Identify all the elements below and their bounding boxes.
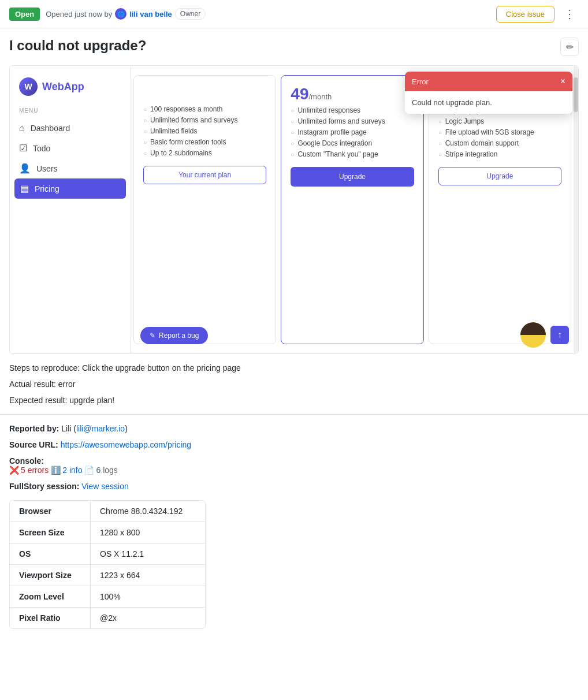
more-options-button[interactable]: ⋮ xyxy=(560,5,579,23)
table-row-browser: Browser Chrome 88.0.4324.192 xyxy=(10,501,205,522)
reported-name: Lili ( xyxy=(61,424,76,433)
console-details: ❌ 5 errors ℹ️ 2 info 📄 6 logs xyxy=(9,466,579,475)
fullstory-link[interactable]: View session xyxy=(81,482,128,491)
feature-2-3: Instagram profile page xyxy=(291,128,414,136)
key-pixel-ratio: Pixel Ratio xyxy=(10,608,91,628)
error-icon: ❌ xyxy=(9,466,19,475)
upgrade-button-plan2[interactable]: Upgrade xyxy=(291,167,414,187)
error-header: Error × xyxy=(405,72,572,91)
close-issue-button[interactable]: Close issue xyxy=(496,6,554,23)
fullstory-row: FullStory session: View session xyxy=(9,482,579,491)
webapp-logo-icon: W xyxy=(19,77,38,96)
current-plan-button[interactable]: Your current plan xyxy=(143,166,266,184)
opened-by-text: Opened just now by 🌐 lili van belle Owne… xyxy=(46,8,206,20)
users-icon: 👤 xyxy=(19,163,31,174)
val-screen-size: 1280 x 800 xyxy=(91,522,149,543)
val-viewport: 1223 x 664 xyxy=(91,565,149,586)
upgrade-button-plan3[interactable]: Upgrade xyxy=(438,167,561,185)
issue-title-row: I could not upgrade? ✏ xyxy=(0,28,588,61)
error-title: Error xyxy=(412,77,429,86)
error-dialog: Error × Could not upgrade plan. xyxy=(405,72,572,114)
source-url-link[interactable]: https://awesomewebapp.com/pricing xyxy=(61,440,191,449)
webapp-mock: W WebApp MENU ⌂ Dashboard ☑ Todo 👤 Users… xyxy=(10,66,578,353)
key-viewport: Viewport Size xyxy=(10,565,91,586)
sidebar-item-dashboard[interactable]: ⌂ Dashboard xyxy=(10,118,131,138)
table-row-pixel-ratio: Pixel Ratio @2x xyxy=(10,608,205,628)
pricing-icon: ▤ xyxy=(20,183,29,194)
error-message: Could not upgrade plan. xyxy=(412,98,492,107)
sidebar-label-users: Users xyxy=(36,164,58,173)
source-url-row: Source URL: https://awesomewebapp.com/pr… xyxy=(9,440,579,449)
browser-info-table: Browser Chrome 88.0.4324.192 Screen Size… xyxy=(9,500,206,629)
errors-count: 5 errors xyxy=(21,466,49,475)
table-row-viewport: Viewport Size 1223 x 664 xyxy=(10,565,205,586)
issue-title: I could not upgrade? xyxy=(9,38,554,54)
table-row-zoom: Zoom Level 100% xyxy=(10,586,205,608)
feature-2-5: Custom "Thank you" page xyxy=(291,150,414,158)
source-label: Source URL: xyxy=(9,440,58,449)
sidebar-label-dashboard: Dashboard xyxy=(31,124,70,133)
error-body: Could not upgrade plan. xyxy=(405,91,572,114)
pricing-card-3: 99/month PayPal payments Logic Jumps Fil… xyxy=(429,75,571,344)
table-row-os: OS OS X 11.2.1 xyxy=(10,543,205,565)
feature-2-2: Unlimited forms and surveys xyxy=(291,117,414,125)
pencil-icon: ✏ xyxy=(566,42,574,53)
feature-1-4: Basic form creation tools xyxy=(143,138,266,146)
error-close-button[interactable]: × xyxy=(560,76,565,87)
steps-to-reproduce: Steps to reproduce: Click the upgrade bu… xyxy=(9,363,579,373)
sidebar-item-users[interactable]: 👤 Users xyxy=(10,158,131,178)
webapp-main: 100 responses a month Unlimited forms an… xyxy=(131,66,578,353)
feature-3-2: Logic Jumps xyxy=(438,117,561,125)
sidebar-item-todo[interactable]: ☑ Todo xyxy=(10,138,131,158)
pricing-card-2: 49/month Unlimited responses Unlimited f… xyxy=(281,75,423,344)
scrollbar[interactable] xyxy=(574,66,578,353)
status-badge: Open xyxy=(9,8,40,21)
console-label: Console: xyxy=(9,456,44,466)
user-avatar-globe: 🌐 xyxy=(115,8,126,20)
menu-label: MENU xyxy=(10,107,131,118)
logs-count: 6 logs xyxy=(96,466,117,475)
user-avatar xyxy=(520,322,546,348)
fullstory-label: FullStory session: xyxy=(9,482,79,491)
feature-3-3: File upload with 5GB storage xyxy=(438,128,561,136)
sidebar-item-pricing[interactable]: ▤ Pricing xyxy=(14,178,126,199)
owner-badge: Owner xyxy=(175,8,206,20)
info-count: 2 info xyxy=(62,466,82,475)
sidebar-label-pricing: Pricing xyxy=(35,184,59,193)
scrollbar-thumb[interactable] xyxy=(574,77,578,112)
webapp-logo-text: WebApp xyxy=(42,81,84,93)
reported-label: Reported by: xyxy=(9,424,59,433)
reported-by-row: Reported by: Lili (lili@marker.io) xyxy=(9,424,579,433)
top-bar: Open Opened just now by 🌐 lili van belle… xyxy=(0,0,588,28)
actual-result: Actual result: error xyxy=(9,379,579,389)
val-browser: Chrome 88.0.4324.192 xyxy=(91,501,192,522)
val-zoom: 100% xyxy=(91,586,130,607)
edit-title-button[interactable]: ✏ xyxy=(560,38,579,56)
plan2-price: 49/month xyxy=(291,85,414,103)
expected-result: Expected result: upgrde plan! xyxy=(9,396,579,405)
report-bug-button[interactable]: ✎ Report a bug xyxy=(140,327,208,344)
console-info: ℹ️ 2 info xyxy=(51,466,82,475)
reported-email-link[interactable]: lili@marker.io xyxy=(76,424,125,433)
key-os: OS xyxy=(10,543,91,564)
val-pixel-ratio: @2x xyxy=(91,608,126,628)
pricing-card-1: 100 responses a month Unlimited forms an… xyxy=(133,75,276,344)
home-icon: ⌂ xyxy=(19,123,25,133)
sidebar-label-todo: Todo xyxy=(33,144,50,153)
issue-body: Steps to reproduce: Click the upgrade bu… xyxy=(0,363,588,405)
webapp-logo: W WebApp xyxy=(10,77,131,107)
key-screen-size: Screen Size xyxy=(10,522,91,543)
user-name: lili van belle xyxy=(129,10,172,18)
logs-icon: 📄 xyxy=(84,466,94,475)
bug-icon: ✎ xyxy=(150,332,155,340)
meta-section: Reported by: Lili (lili@marker.io) Sourc… xyxy=(0,424,588,491)
val-os: OS X 11.2.1 xyxy=(91,543,153,564)
feature-2-1: Unlimited responses xyxy=(291,106,414,114)
table-row-screen-size: Screen Size 1280 x 800 xyxy=(10,522,205,543)
console-row: Console: ❌ 5 errors ℹ️ 2 info 📄 6 logs xyxy=(9,456,579,475)
scroll-up-button[interactable]: ↑ xyxy=(550,326,569,344)
feature-1-3: Unlimited fields xyxy=(143,127,266,135)
console-logs: 📄 6 logs xyxy=(84,466,117,475)
divider xyxy=(0,414,588,415)
feature-2-4: Google Docs integration xyxy=(291,139,414,147)
